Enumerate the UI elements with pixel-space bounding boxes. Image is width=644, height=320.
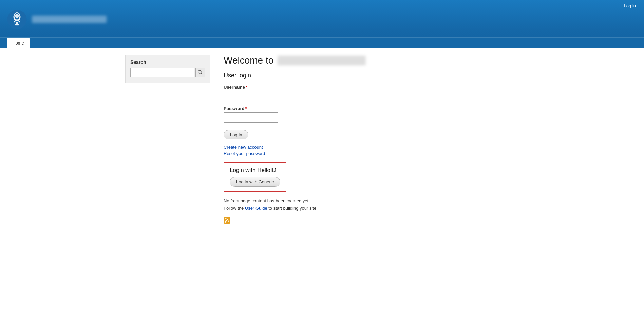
username-label: Username* xyxy=(224,85,519,90)
svg-point-3 xyxy=(15,14,19,18)
search-icon xyxy=(197,70,203,75)
user-guide-link[interactable]: User Guide xyxy=(245,206,267,211)
password-required: * xyxy=(245,106,247,111)
user-login-section: User login Username* Password* Log in Cr… xyxy=(224,72,519,225)
site-header: Log in Home xyxy=(0,0,644,48)
content-wrapper: Search Welcome to User login User xyxy=(118,48,526,231)
search-form xyxy=(130,68,205,77)
navigation-bar: Home xyxy=(0,37,644,48)
svg-line-7 xyxy=(201,73,202,74)
svg-rect-8 xyxy=(224,217,230,224)
password-field-group: Password* xyxy=(224,106,519,123)
reset-password-link[interactable]: Reset your password xyxy=(224,151,519,156)
header-login-link[interactable]: Log in xyxy=(624,3,636,8)
main-content: Welcome to User login Username* Password… xyxy=(217,55,526,225)
login-generic-button[interactable]: Log in with Generic xyxy=(230,177,280,187)
username-field-group: Username* xyxy=(224,85,519,101)
svg-point-6 xyxy=(198,70,201,73)
rss-link[interactable] xyxy=(224,217,519,225)
account-links: Create new account Reset your password xyxy=(224,145,519,156)
search-button[interactable] xyxy=(195,68,205,77)
password-input[interactable] xyxy=(224,112,278,123)
welcome-heading: Welcome to xyxy=(224,55,519,66)
rss-icon xyxy=(224,217,230,224)
login-button[interactable]: Log in xyxy=(224,130,248,139)
svg-point-4 xyxy=(14,22,16,24)
no-content-text: No front page content has been created y… xyxy=(224,198,519,212)
drupal-logo xyxy=(7,9,27,30)
site-name xyxy=(32,16,107,23)
username-required: * xyxy=(246,85,247,90)
site-title-blurred xyxy=(278,56,366,65)
create-account-link[interactable]: Create new account xyxy=(224,145,519,150)
sidebar: Search xyxy=(118,55,217,225)
logo-area xyxy=(7,9,107,30)
search-block: Search xyxy=(125,55,210,83)
svg-point-9 xyxy=(225,221,226,223)
username-input[interactable] xyxy=(224,91,278,101)
nav-item-home[interactable]: Home xyxy=(7,38,30,48)
search-input[interactable] xyxy=(130,68,194,77)
helloid-block: Login with HelloID Log in with Generic xyxy=(224,162,286,192)
user-login-heading: User login xyxy=(224,72,519,79)
search-heading: Search xyxy=(130,59,205,65)
helloid-heading: Login with HelloID xyxy=(230,167,280,174)
password-label: Password* xyxy=(224,106,519,111)
svg-point-5 xyxy=(18,22,20,24)
